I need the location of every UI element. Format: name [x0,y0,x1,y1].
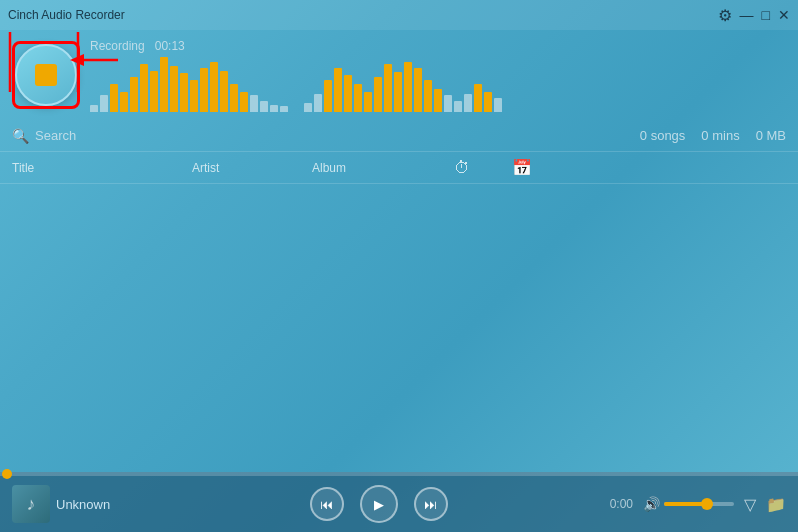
waveform-bar [110,84,118,112]
waveform-bar [444,95,452,112]
waveform-bar [150,71,158,112]
waveform-bar [334,68,342,112]
waveform-bar [364,92,372,112]
waveform-bar [170,66,178,112]
table-header: Title Artist Album ⏱ 📅 [0,152,798,184]
waveform-bar [190,80,198,112]
player-controls: ♪ Unknown ⏮ ▶ ⏭ 0:00 🔊 [0,476,798,532]
waveform-bar [424,80,432,112]
waveform-bar [250,95,258,112]
waveform-bar [200,68,208,112]
waveform-bar [434,89,442,112]
waveform-bar [464,94,472,112]
close-icon[interactable]: ✕ [778,7,790,23]
date-icon: 📅 [512,159,532,176]
recording-header: Recording 00:13 [90,39,786,53]
waveform-bar [474,84,482,112]
recording-time: 00:13 [155,39,185,53]
player-bar: ♪ Unknown ⏮ ▶ ⏭ 0:00 🔊 [0,472,798,532]
waveform-bar [100,95,108,112]
title-bar: Cinch Audio Recorder ⚙ — □ ✕ [0,0,798,30]
folder-icon[interactable]: 📁 [766,495,786,514]
filter-icon[interactable]: ▽ [744,495,756,514]
waveform-bar [90,105,98,112]
volume-icon: 🔊 [643,496,660,512]
recording-label: Recording [90,39,145,53]
settings-icon[interactable]: ⚙ [718,6,732,25]
prev-button[interactable]: ⏮ [310,487,344,521]
waveform-bar [160,57,168,112]
play-button[interactable]: ▶ [360,485,398,523]
music-note-icon: ♪ [27,494,36,515]
col-date[interactable]: 📅 [492,158,552,177]
waveform-bar [374,77,382,112]
waveform-bar [140,64,148,112]
waveform-bar [354,84,362,112]
waveform-bar [230,84,238,112]
waveform-bar [260,101,268,112]
waveform-bar [240,92,248,112]
waveform-bar [210,62,218,112]
progress-bar[interactable] [0,472,798,476]
waveform-bar [130,77,138,112]
waveform-container [90,57,786,112]
recording-section: Recording 00:13 [90,39,786,112]
app-title: Cinch Audio Recorder [8,8,125,22]
minimize-icon[interactable]: — [740,7,754,23]
mins-count: 0 mins [701,128,739,143]
col-artist[interactable]: Artist [192,161,312,175]
waveform-bar [484,92,492,112]
waveform-bar [120,92,128,112]
next-button[interactable]: ⏭ [414,487,448,521]
size-count: 0 MB [756,128,786,143]
waveform-bar [270,105,278,112]
waveform-bar [180,73,188,112]
controls-center: ⏮ ▶ ⏭ [162,485,596,523]
waveform-bar [494,98,502,112]
app-title-group: Cinch Audio Recorder [8,8,125,22]
duration-icon: ⏱ [454,159,470,176]
waveform-group1 [90,57,288,112]
progress-dot[interactable] [2,469,12,479]
stop-button-wrapper [12,41,80,109]
waveform-bar [404,62,412,112]
waveform-bar [384,64,392,112]
search-label[interactable]: Search [35,128,76,143]
album-art: ♪ [12,485,50,523]
search-icon: 🔍 [12,128,29,144]
volume-track[interactable] [664,502,734,506]
waveform-bar [304,103,312,112]
volume-fill [664,502,703,506]
controls-right: 0:00 🔊 ▽ 📁 [602,495,786,514]
time-display: 0:00 [610,497,633,511]
waveform-bar [220,71,228,112]
search-bar: 🔍 Search 0 songs 0 mins 0 MB [0,120,798,152]
songs-count: 0 songs [640,128,686,143]
window-controls[interactable]: ⚙ — □ ✕ [718,6,790,25]
volume-slider[interactable]: 🔊 [643,496,734,512]
waveform-bar [314,94,322,112]
waveform-bar [344,75,352,112]
stop-button-border [12,41,80,109]
track-name: Unknown [56,497,156,512]
col-duration[interactable]: ⏱ [432,159,492,177]
waveform-bar [454,101,462,112]
col-title[interactable]: Title [12,161,192,175]
waveform-bar [280,106,288,112]
maximize-icon[interactable]: □ [762,7,770,23]
waveform-group2 [304,57,502,112]
volume-knob[interactable] [701,498,713,510]
col-album[interactable]: Album [312,161,432,175]
waveform-bar [324,80,332,112]
stats-right: 0 songs 0 mins 0 MB [640,128,786,143]
waveform-bar [394,72,402,112]
waveform-bar [414,68,422,112]
top-section: Recording 00:13 [0,30,798,120]
